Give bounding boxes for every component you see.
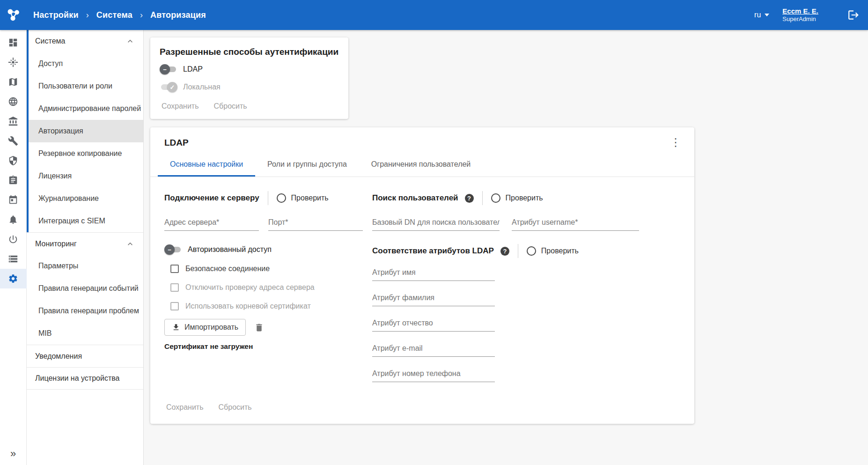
attr-firstname-field-wrap: [372, 261, 495, 281]
logo-icon: [6, 7, 22, 23]
dashboard-icon: [8, 37, 18, 48]
rail-notifications-button[interactable]: [0, 210, 27, 229]
secure-connection-checkbox[interactable]: Безопасное соединение: [170, 263, 363, 275]
root-certificate-checkbox[interactable]: Использовать корневой сертификат: [170, 300, 363, 312]
sidebar-item-label: Администрирование паролей: [38, 104, 141, 113]
sidebar-item-access[interactable]: Доступ: [27, 52, 143, 75]
rail-events-button[interactable]: [0, 52, 27, 72]
attr-lastname-input[interactable]: [372, 286, 495, 306]
rail-storage-button[interactable]: [0, 249, 27, 269]
sidebar-item-backup[interactable]: Резервное копирование: [27, 142, 143, 165]
help-icon[interactable]: ?: [465, 194, 474, 203]
sidebar-section-system[interactable]: Система: [27, 30, 143, 52]
ldap-save-button[interactable]: Сохранить: [166, 403, 204, 412]
ldap-card-title: LDAP: [164, 138, 189, 148]
auth-methods-card: Разрешенные способы аутентификации − LDA…: [150, 37, 348, 119]
sidebar-expand-button[interactable]: »: [0, 445, 27, 462]
authorized-access-row: − Авторизованный доступ: [164, 244, 363, 255]
rail-power-button[interactable]: [0, 229, 27, 249]
sidebar-item-license[interactable]: Лицензия: [27, 165, 143, 187]
sidebar-item-label: Правила генерации событий: [38, 284, 139, 293]
sidebar-item-password-admin[interactable]: Администрирование паролей: [27, 97, 143, 120]
ldap-toggle[interactable]: −: [160, 64, 177, 74]
kebab-menu-icon[interactable]: ⋮: [667, 138, 684, 147]
disable-address-check-checkbox[interactable]: Отключить проверку адреса сервера: [170, 281, 363, 294]
sidebar-section-monitoring[interactable]: Мониторинг: [27, 232, 143, 255]
sidebar-section-notifications[interactable]: Уведомления: [27, 345, 143, 367]
sidebar: Система Доступ Пользователи и роли Админ…: [27, 30, 144, 465]
rail-calendar-button[interactable]: [0, 190, 27, 210]
language-selector[interactable]: ru: [754, 11, 769, 19]
sidebar-item-event-rules[interactable]: Правила генерации событий: [27, 277, 143, 300]
attr-mapping-section-header: Соответствие атрибутов LDAP ? Проверить: [372, 243, 680, 259]
rail-map-button[interactable]: [0, 72, 27, 92]
double-chevron-right-icon: »: [10, 448, 16, 460]
tab-roles-groups[interactable]: Роли и группы доступа: [255, 154, 359, 177]
sidebar-section-label: Уведомления: [35, 352, 82, 361]
rail-settings-button[interactable]: [0, 269, 27, 288]
events-icon: [8, 57, 18, 67]
rail-network-button[interactable]: [0, 92, 27, 111]
attr-email-input[interactable]: [372, 337, 495, 357]
download-icon: [172, 323, 180, 332]
authorized-access-toggle[interactable]: −: [164, 244, 182, 255]
connection-check-button[interactable]: Проверить: [277, 193, 329, 203]
sidebar-item-label: Авторизация: [38, 127, 83, 135]
sidebar-item-logging[interactable]: Журналирование: [27, 187, 143, 210]
connection-title: Подключение к серверу: [164, 193, 259, 203]
base-dn-input[interactable]: [372, 211, 500, 231]
sidebar-item-parameters[interactable]: Параметры: [27, 255, 143, 277]
help-icon[interactable]: ?: [500, 247, 509, 256]
topbar: Настройки › Система › Авторизация ru Ecc…: [0, 0, 868, 30]
port-input[interactable]: [268, 211, 363, 231]
breadcrumb-authorization[interactable]: Авторизация: [150, 10, 206, 20]
active-section-indicator: [27, 30, 29, 232]
delete-certificate-button[interactable]: [254, 323, 264, 332]
sidebar-item-mib[interactable]: MIB: [27, 322, 143, 345]
username-attr-input[interactable]: [512, 211, 639, 231]
globe-icon: [8, 96, 18, 107]
app-logo[interactable]: [0, 7, 27, 23]
attr-lastname-field-wrap: [372, 286, 495, 306]
sidebar-item-users-roles[interactable]: Пользователи и роли: [27, 75, 143, 97]
shield-icon: [8, 155, 18, 166]
user-search-check-button[interactable]: Проверить: [491, 193, 543, 203]
user-search-title: Поиск пользователей: [372, 193, 458, 203]
attr-mapping-check-button[interactable]: Проверить: [527, 246, 579, 256]
map-icon: [8, 77, 18, 87]
server-address-field-wrap: [164, 211, 259, 231]
ldap-reset-button[interactable]: Сбросить: [219, 403, 252, 412]
server-address-input[interactable]: [164, 211, 259, 231]
attr-mapping-check-label: Проверить: [541, 247, 579, 255]
attr-mapping-title: Соответствие атрибутов LDAP: [372, 246, 494, 256]
rail-dashboard-button[interactable]: [0, 33, 27, 52]
auth-save-button[interactable]: Сохранить: [162, 102, 199, 111]
import-certificate-button[interactable]: Импортировать: [164, 319, 246, 336]
sidebar-item-siem[interactable]: Интеграция с SIEM: [27, 210, 143, 232]
sidebar-section-device-licenses[interactable]: Лицензии на устройства: [27, 367, 143, 390]
user-menu[interactable]: Eccm Е. Е. SuperAdmin: [782, 7, 818, 23]
icon-rail: »: [0, 30, 27, 465]
sidebar-item-label: Интеграция с SIEM: [38, 217, 105, 225]
port-field-wrap: [268, 211, 363, 231]
sidebar-item-authorization[interactable]: Авторизация: [27, 120, 143, 142]
attr-middlename-input[interactable]: [372, 311, 495, 332]
rail-tasks-button[interactable]: [0, 170, 27, 190]
attr-firstname-input[interactable]: [372, 261, 495, 281]
rail-security-button[interactable]: [0, 151, 27, 170]
sidebar-item-problem-rules[interactable]: Правила генерации проблем: [27, 300, 143, 322]
tab-basic-settings[interactable]: Основные настройки: [158, 154, 255, 177]
sidebar-item-label: MIB: [38, 329, 51, 338]
logout-button[interactable]: [847, 9, 860, 21]
rail-tools-button[interactable]: [0, 131, 27, 151]
rail-devices-button[interactable]: [0, 111, 27, 131]
local-auth-toggle[interactable]: ✓: [160, 82, 177, 92]
attr-phone-input[interactable]: [372, 362, 495, 382]
toggle-thumb-minus-icon: −: [164, 244, 175, 255]
tab-user-restrictions[interactable]: Ограничения пользователей: [359, 154, 483, 177]
breadcrumb-separator-icon: ›: [86, 10, 89, 20]
user-search-check-label: Проверить: [506, 194, 543, 202]
breadcrumb-settings[interactable]: Настройки: [33, 10, 79, 20]
breadcrumb-system[interactable]: Система: [96, 10, 132, 20]
auth-reset-button[interactable]: Сбросить: [214, 102, 247, 111]
